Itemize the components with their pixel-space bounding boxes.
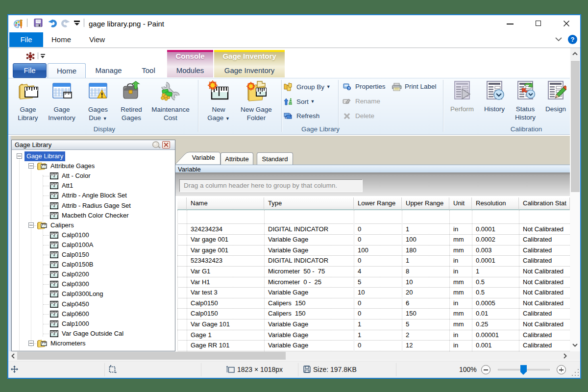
svg-text:?: ? (348, 87, 350, 90)
